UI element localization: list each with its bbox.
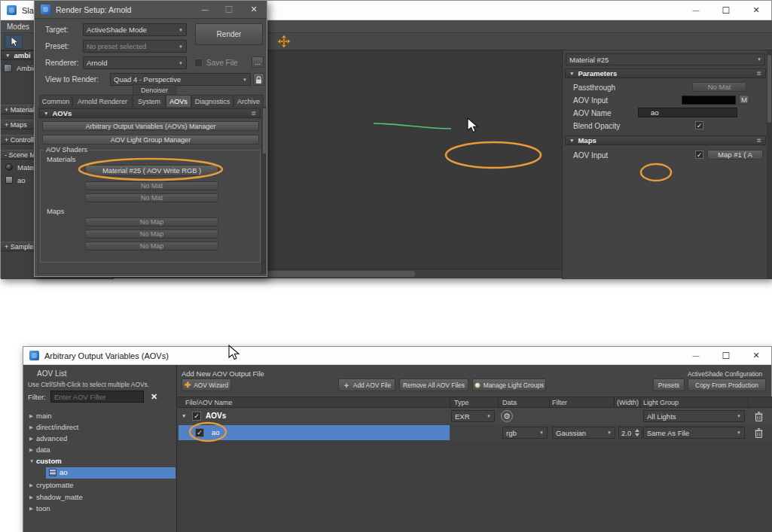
rollout-menu-icon[interactable]: ≣	[756, 137, 761, 144]
material-slot-button-1[interactable]: No Mat	[85, 181, 218, 190]
map-slot-button-0[interactable]: No Map	[85, 217, 218, 226]
render-setup-titlebar[interactable]: Render Setup: Arnold	[35, 1, 267, 19]
preset-dropdown[interactable]: No preset selected	[83, 40, 187, 53]
filter-input[interactable]	[50, 391, 144, 403]
add-aov-file-button[interactable]: ＋ Add AOV File	[338, 378, 395, 391]
close-icon[interactable]	[241, 1, 267, 18]
manage-light-groups-button[interactable]: Manage Light Groups	[472, 378, 546, 391]
aov-manager-button[interactable]: Arbitrary Output Variables (AOVs) Manage…	[42, 121, 259, 131]
width-spinner[interactable]: 2.0	[618, 427, 642, 439]
material-slot-button-0[interactable]: Material #25 ( AOV Write RGB )	[85, 165, 218, 176]
pan-tool-icon[interactable]	[276, 34, 291, 49]
tree-item-toon[interactable]: toon	[23, 503, 175, 514]
map-assign-button[interactable]: M	[739, 95, 749, 105]
group-enable-checkbox[interactable]	[192, 412, 201, 421]
remove-all-aov-files-button[interactable]: Remove All AOV Files	[399, 378, 468, 391]
rollout-menu-icon[interactable]: ≣	[756, 70, 761, 77]
aov-wizard-button[interactable]: ✚ AOV Wizard	[182, 378, 231, 391]
tree-item-main[interactable]: main	[23, 410, 175, 421]
expander-icon[interactable]	[29, 458, 36, 464]
minimize-icon[interactable]	[681, 1, 711, 20]
view-to-render-dropdown[interactable]: Quad 4 - Perspective	[110, 73, 251, 86]
header-data: Data	[502, 399, 517, 406]
parameters-rollout[interactable]: Parameters ≣	[565, 68, 766, 78]
tree-item-data[interactable]: data	[23, 444, 175, 455]
tab-aovs[interactable]: AOVs	[166, 95, 191, 107]
tab-diagnostics[interactable]: Diagnostics	[191, 95, 233, 107]
spinner-arrows-icon[interactable]	[635, 429, 639, 436]
tree-item-shadow-matte[interactable]: shadow_matte	[23, 491, 175, 503]
presets-button[interactable]: Presets	[653, 378, 685, 391]
lock-view-button[interactable]	[253, 73, 264, 86]
tree-item-ao-selected[interactable]: ao	[23, 467, 175, 479]
tab-arnold-renderer[interactable]: Arnold Renderer	[72, 95, 133, 107]
expander-icon[interactable]: ▼	[182, 413, 186, 418]
minimize-icon[interactable]	[193, 1, 217, 18]
node-selector-dropdown[interactable]: Material #25	[566, 53, 765, 65]
maximize-icon[interactable]	[217, 1, 241, 18]
target-dropdown[interactable]: ActiveShade Mode	[83, 23, 187, 36]
aovs-rollout[interactable]: AOVs ≣	[39, 108, 261, 118]
maximize-icon[interactable]	[711, 347, 741, 364]
close-icon[interactable]	[741, 1, 771, 20]
copy-from-production-button[interactable]: Copy From Production	[688, 378, 766, 391]
expander-icon[interactable]	[29, 436, 36, 442]
gear-icon[interactable]: ⚙	[501, 410, 513, 422]
width-value: 2.0	[621, 429, 631, 437]
material-slot-button-2[interactable]: No Mat	[85, 193, 218, 202]
tree-item-custom[interactable]: custom	[23, 455, 175, 467]
map-slot-button-2[interactable]: No Map	[85, 242, 218, 251]
aov-light-group-manager-button[interactable]: AOV Light Group Manager	[42, 135, 259, 144]
save-file-checkbox[interactable]	[194, 59, 203, 67]
tree-item-direct-indirect[interactable]: direct/indirect	[23, 421, 175, 433]
tree-item-cryptomatte[interactable]: cryptomatte	[23, 479, 175, 491]
vertical-scrollbar[interactable]	[767, 50, 772, 279]
expander-icon[interactable]	[29, 424, 36, 430]
maps-aov-input-button[interactable]: Map #1 ( A	[707, 150, 763, 160]
scrollbar-thumb[interactable]	[767, 55, 771, 123]
delete-row-icon[interactable]	[752, 410, 764, 422]
maximize-icon[interactable]	[711, 1, 741, 20]
menu-modes[interactable]: Modes	[7, 23, 29, 31]
light-group-dropdown[interactable]: All Lights	[643, 410, 745, 422]
rollout-menu-icon[interactable]: ≣	[251, 110, 256, 117]
close-icon[interactable]	[741, 347, 771, 364]
tab-system[interactable]: System	[133, 95, 166, 107]
panel-scrollbar[interactable]	[262, 107, 267, 274]
blend-opacity-checkbox[interactable]	[695, 121, 703, 129]
browse-button[interactable]: ...	[252, 56, 264, 68]
delete-row-icon[interactable]	[752, 427, 764, 439]
light-group-dropdown[interactable]: Same As File	[643, 427, 745, 439]
expander-icon[interactable]	[29, 447, 36, 453]
minimize-icon[interactable]	[681, 347, 711, 364]
aov-dialog-titlebar[interactable]: Arbitrary Output Variables (AOVs)	[23, 347, 771, 365]
render-button[interactable]: Render	[195, 23, 263, 45]
tree-item-label: custom	[36, 457, 62, 465]
tab-common[interactable]: Common	[39, 95, 72, 107]
aov-input-color-swatch[interactable]	[682, 96, 736, 105]
map-slot-2-label: No Map	[140, 242, 164, 250]
expander-icon[interactable]	[29, 506, 36, 512]
aov-group-row[interactable]: ▼ AOVs EXR ⚙ All Lights	[177, 408, 772, 424]
tab-denoiser[interactable]: Denoiser	[133, 84, 176, 95]
aov-row-ao[interactable]: ao rgb Gaussian 2.0 Same As File	[177, 424, 772, 441]
expander-icon[interactable]	[29, 482, 36, 488]
expander-icon[interactable]	[29, 494, 36, 500]
passthrough-button[interactable]: No Mat	[692, 82, 746, 92]
scrollbar-thumb[interactable]	[263, 108, 266, 154]
filter-dropdown[interactable]: Gaussian	[552, 427, 615, 439]
aov-enable-checkbox[interactable]	[195, 428, 204, 437]
tab-archive[interactable]: Archive	[233, 95, 264, 107]
expander-icon[interactable]	[29, 413, 36, 419]
select-tool-icon[interactable]	[5, 35, 23, 49]
maps-aov-input-checkbox[interactable]	[695, 150, 703, 159]
map-slot-button-1[interactable]: No Map	[85, 230, 218, 239]
type-dropdown[interactable]: EXR	[451, 410, 495, 422]
aov-name-field[interactable]: ao	[638, 108, 737, 117]
data-dropdown[interactable]: rgb	[502, 427, 548, 439]
maps-rollout[interactable]: Maps ≣	[565, 135, 766, 145]
renderer-dropdown[interactable]: Arnold	[83, 56, 187, 69]
clear-filter-icon[interactable]: ✕	[148, 391, 160, 403]
scrollbar-thumb[interactable]	[249, 271, 415, 277]
tree-item-advanced[interactable]: advanced	[23, 433, 175, 444]
